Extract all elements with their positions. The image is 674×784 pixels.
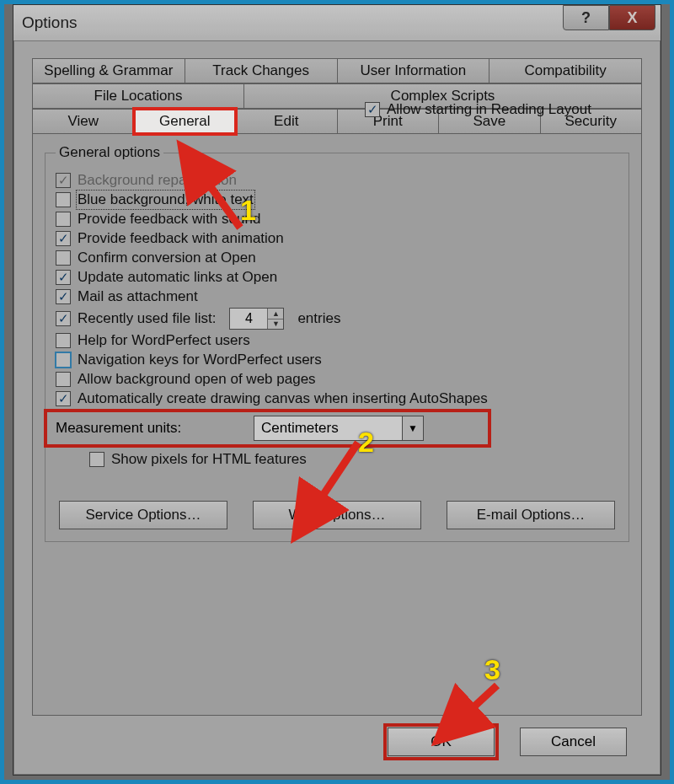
opt-background-open-web[interactable]: Allow background open of web pages [56, 371, 488, 388]
spinner-suffix: entries [297, 310, 340, 327]
opt-label: Help for WordPerfect users [78, 332, 250, 349]
dropdown-value: Centimeters [254, 416, 402, 440]
checkbox-icon [56, 250, 71, 266]
recent-files-input[interactable] [230, 309, 267, 329]
tab-track-changes[interactable]: Track Changes [185, 58, 338, 83]
checkbox-icon: ✓ [56, 289, 71, 304]
tab-general[interactable]: General [134, 109, 237, 134]
cancel-button[interactable]: Cancel [520, 728, 627, 756]
tab-view[interactable]: View [32, 109, 135, 134]
spinner-up-icon[interactable]: ▲ [268, 309, 283, 319]
opt-recently-used[interactable]: ✓ Recently used file list: ▲ ▼ [56, 308, 488, 330]
window-title: Options [13, 13, 77, 32]
options-dialog: Options ? X Spelling & Grammar Track Cha… [13, 4, 661, 776]
opt-mail-attachment[interactable]: ✓ Mail as attachment [56, 288, 488, 305]
close-button[interactable]: X [609, 5, 655, 30]
opt-label: Confirm conversion at Open [78, 250, 256, 266]
group-legend: General options [56, 144, 163, 161]
measurement-label: Measurement units: [51, 420, 254, 437]
spinner-down-icon[interactable]: ▼ [268, 319, 283, 330]
opt-label: Recently used file list: [78, 310, 216, 327]
chevron-down-icon[interactable]: ▼ [402, 416, 423, 440]
opt-label: Provide feedback with sound [78, 211, 260, 228]
opt-label: Update automatic links at Open [78, 269, 277, 286]
opt-update-links[interactable]: ✓ Update automatic links at Open [56, 269, 488, 286]
checkbox-icon [56, 212, 71, 227]
checkbox-icon [56, 352, 71, 368]
checkbox-icon [56, 372, 71, 387]
opt-blue-background[interactable]: Blue background, white text [56, 191, 488, 208]
opt-label: Allow starting in Reading Layout [387, 101, 591, 118]
checkbox-icon [56, 333, 71, 348]
ok-button[interactable]: OK [388, 728, 495, 756]
opt-label: Navigation keys for WordPerfect users [78, 352, 322, 368]
opt-confirm-conversion[interactable]: Confirm conversion at Open [56, 250, 488, 266]
opt-label: Blue background, white text [78, 191, 254, 208]
opt-label: Provide feedback with animation [78, 230, 284, 247]
checkbox-icon: ✓ [365, 102, 380, 117]
opt-nav-keys-wordperfect[interactable]: Navigation keys for WordPerfect users [56, 352, 488, 368]
tab-spelling-grammar[interactable]: Spelling & Grammar [32, 58, 185, 83]
web-options-button[interactable]: Web Options… [253, 501, 421, 529]
checkbox-icon: ✓ [56, 231, 71, 246]
tab-edit[interactable]: Edit [235, 109, 338, 134]
opt-help-wordperfect[interactable]: Help for WordPerfect users [56, 332, 488, 349]
titlebar: Options ? X [13, 5, 661, 41]
tab-compatibility[interactable]: Compatibility [489, 58, 642, 83]
opt-label: Show pixels for HTML features [111, 451, 307, 468]
opt-label: Background repagination [78, 172, 237, 189]
opt-show-pixels-html[interactable]: Show pixels for HTML features [89, 451, 488, 468]
checkbox-icon [89, 452, 104, 467]
opt-label: Allow background open of web pages [78, 371, 316, 388]
checkbox-icon: ✓ [56, 311, 71, 326]
email-options-button[interactable]: E-mail Options… [447, 501, 615, 529]
tab-file-locations[interactable]: File Locations [32, 83, 244, 109]
tab-page-general: General options ✓ Background repaginatio… [32, 134, 642, 716]
general-options-group: General options ✓ Background repaginatio… [45, 144, 629, 542]
opt-auto-drawing-canvas[interactable]: ✓ Automatically create drawing canvas wh… [56, 390, 488, 407]
opt-label: Mail as attachment [78, 288, 198, 305]
tab-user-information[interactable]: User Information [337, 58, 490, 83]
measurement-units-row: Measurement units: Centimeters ▼ [47, 412, 488, 444]
measurement-units-dropdown[interactable]: Centimeters ▼ [254, 416, 424, 441]
recent-files-spinner[interactable]: ▲ ▼ [229, 308, 284, 330]
opt-feedback-animation[interactable]: ✓ Provide feedback with animation [56, 230, 488, 247]
help-button[interactable]: ? [563, 5, 609, 30]
checkbox-icon [56, 192, 71, 207]
checkbox-icon: ✓ [56, 391, 71, 406]
checkbox-icon: ✓ [56, 173, 71, 188]
service-options-button[interactable]: Service Options… [59, 501, 227, 529]
opt-background-repagination[interactable]: ✓ Background repagination [56, 172, 488, 189]
opt-allow-reading-layout[interactable]: ✓ Allow starting in Reading Layout [365, 101, 591, 118]
opt-feedback-sound[interactable]: Provide feedback with sound [56, 211, 488, 228]
tab-strip: Spelling & Grammar Track Changes User In… [32, 58, 642, 716]
opt-label: Automatically create drawing canvas when… [78, 390, 488, 407]
checkbox-icon: ✓ [56, 270, 71, 285]
